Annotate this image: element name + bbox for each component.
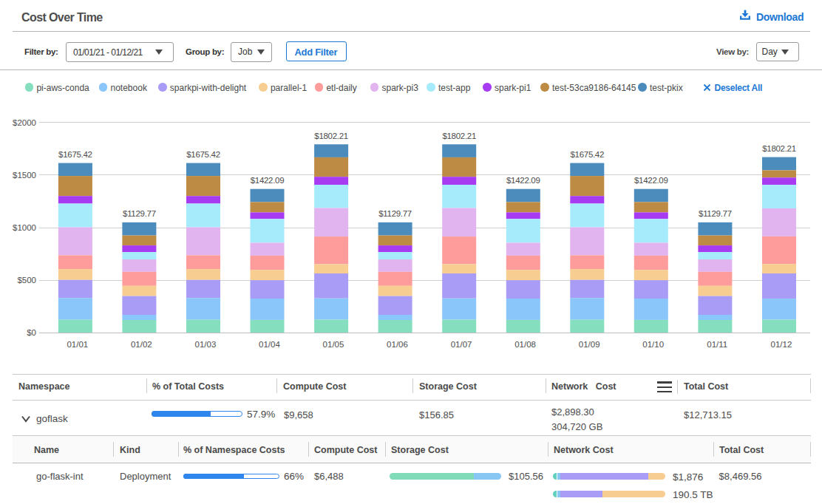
svg-text:01/12: 01/12 xyxy=(771,340,792,349)
svg-text:01/02: 01/02 xyxy=(131,340,152,349)
svg-text:$1675.42: $1675.42 xyxy=(186,150,220,159)
svg-text:$1675.42: $1675.42 xyxy=(571,150,605,159)
svg-text:01/07: 01/07 xyxy=(451,340,472,349)
svg-text:$1422.09: $1422.09 xyxy=(634,176,668,185)
svg-text:$1500: $1500 xyxy=(13,171,36,180)
svg-text:01/05: 01/05 xyxy=(323,340,344,349)
svg-text:01/01: 01/01 xyxy=(67,340,88,349)
svg-text:$1675.42: $1675.42 xyxy=(58,150,92,159)
svg-text:$1129.77: $1129.77 xyxy=(699,209,732,218)
svg-text:$0: $0 xyxy=(27,328,36,337)
svg-text:01/04: 01/04 xyxy=(259,340,280,349)
svg-text:$500: $500 xyxy=(17,276,36,285)
svg-text:$1000: $1000 xyxy=(13,223,36,232)
svg-text:$1802.21: $1802.21 xyxy=(442,132,476,140)
svg-text:01/09: 01/09 xyxy=(579,340,600,349)
svg-text:01/06: 01/06 xyxy=(387,340,408,349)
svg-text:01/03: 01/03 xyxy=(195,340,217,349)
svg-text:$2000: $2000 xyxy=(13,118,36,127)
svg-text:$1129.77: $1129.77 xyxy=(378,209,412,218)
svg-text:$1802.21: $1802.21 xyxy=(762,144,796,153)
svg-text:01/08: 01/08 xyxy=(514,340,536,349)
svg-text:$1802.21: $1802.21 xyxy=(314,132,348,140)
svg-text:01/10: 01/10 xyxy=(642,340,664,349)
svg-text:$1129.77: $1129.77 xyxy=(123,209,156,218)
svg-text:$1422.09: $1422.09 xyxy=(506,176,540,185)
svg-text:$1422.09: $1422.09 xyxy=(251,176,285,185)
svg-text:01/11: 01/11 xyxy=(707,340,727,349)
